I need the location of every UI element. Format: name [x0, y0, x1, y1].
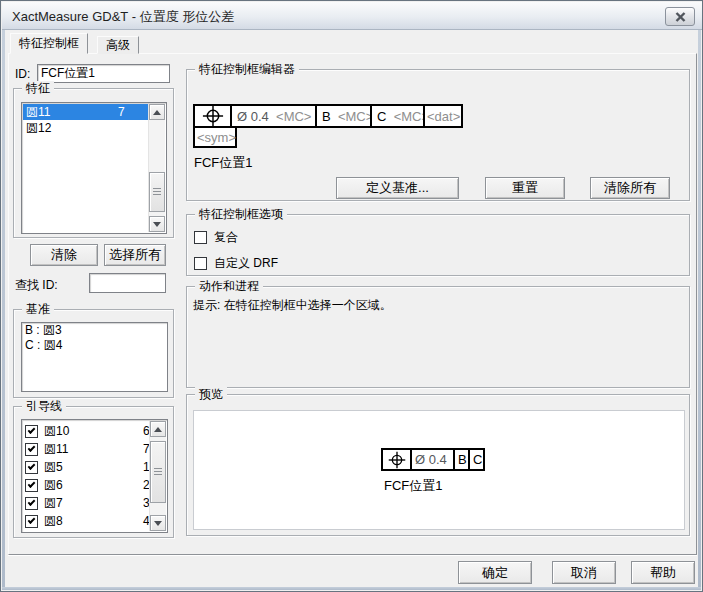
select-all-button[interactable]: 选择所有: [104, 244, 166, 266]
help-button[interactable]: 帮助: [631, 561, 695, 584]
window-frame-right: [698, 29, 701, 590]
position-symbol-icon: [388, 451, 406, 469]
clear-all-button[interactable]: 清除所有: [590, 177, 670, 199]
find-id-label: 查找 ID:: [15, 277, 58, 294]
reset-button[interactable]: 重置: [485, 177, 565, 199]
define-datum-button[interactable]: 定义基准...: [336, 177, 459, 199]
clear-button[interactable]: 清除: [30, 244, 98, 266]
check-icon: [28, 462, 36, 470]
arrow-down-icon: [153, 222, 161, 227]
list-item-leader[interactable]: 圆5 1: [25, 458, 148, 476]
composite-option[interactable]: 复合: [194, 229, 238, 246]
features-list[interactable]: 圆11 7 圆12: [21, 102, 167, 234]
list-item-leader[interactable]: 圆11 7: [25, 440, 148, 458]
window-frame-left: [2, 29, 5, 590]
arrow-up-icon: [153, 110, 161, 115]
scrollbar-thumb[interactable]: [150, 441, 166, 503]
close-button[interactable]: [665, 7, 695, 26]
list-item-feature[interactable]: 圆12: [23, 120, 148, 136]
preview-group-title: 预览: [195, 387, 227, 401]
leader-checkbox[interactable]: [25, 497, 38, 510]
fcf-tolerance-cell[interactable]: Ø 0.4 <MC>: [230, 104, 317, 128]
id-label: ID:: [15, 67, 30, 81]
list-item-datum[interactable]: C : 圆4: [22, 338, 167, 353]
diameter-symbol: Ø: [237, 109, 247, 124]
leader-checkbox[interactable]: [25, 425, 38, 438]
fcf-sym-cell[interactable]: <sym>: [193, 126, 237, 148]
sym-placeholder: <sym>: [197, 130, 236, 145]
composite-checkbox[interactable]: [194, 231, 207, 244]
datum-letter: B: [322, 109, 331, 124]
check-icon: [28, 498, 36, 506]
datums-list[interactable]: B : 圆3 C : 圆4: [21, 322, 168, 392]
scroll-down-button[interactable]: [150, 515, 166, 531]
list-item-leader[interactable]: 圆10 6: [25, 422, 148, 440]
mc-placeholder: <MC>: [276, 109, 311, 124]
leader-checkbox[interactable]: [25, 533, 38, 534]
preview-datum-c-cell: C: [468, 448, 485, 471]
tab-feature-control-frame[interactable]: 特征控制框: [10, 33, 88, 54]
tab-advanced[interactable]: 高级: [97, 36, 139, 54]
leader-list[interactable]: 圆10 6 圆11 7 圆5 1 圆6 2: [21, 419, 168, 533]
tolerance-value: 0.4: [429, 452, 447, 467]
list-item-leader[interactable]: 圆6 2: [25, 476, 148, 494]
custom-drf-option[interactable]: 自定义 DRF: [194, 255, 278, 272]
list-item-datum[interactable]: B : 圆3: [22, 323, 167, 338]
fcf-editor-row2: <sym>: [193, 126, 237, 148]
grip-icon: [154, 468, 162, 476]
position-symbol-icon: [202, 105, 224, 127]
datums-group-title: 基准: [22, 302, 54, 316]
mc-placeholder: <MC>: [338, 109, 373, 124]
datum-letter: C: [377, 109, 386, 124]
tab-label: 高级: [106, 37, 130, 54]
tab-label: 特征控制框: [19, 35, 79, 52]
fcf-datum-b-cell[interactable]: B <MC>: [315, 104, 372, 128]
title-bar[interactable]: XactMeasure GD&T - 位置度 形位公差: [2, 2, 703, 30]
custom-drf-label: 自定义 DRF: [214, 255, 278, 272]
fcf-symbol-cell[interactable]: [193, 104, 232, 128]
options-group-title: 特征控制框选项: [195, 207, 287, 221]
fcf-dat-cell[interactable]: <dat>: [423, 104, 463, 128]
check-icon: [28, 516, 36, 524]
fcf-name-label: FCF位置1: [194, 154, 253, 172]
check-icon: [28, 426, 36, 434]
editor-group-title: 特征控制框编辑器: [195, 62, 299, 76]
leader-checkbox[interactable]: [25, 443, 38, 456]
custom-drf-checkbox[interactable]: [194, 257, 207, 270]
ok-button[interactable]: 确定: [458, 561, 532, 584]
scroll-up-button[interactable]: [149, 104, 165, 120]
leader-checkbox[interactable]: [25, 461, 38, 474]
check-icon: [28, 480, 36, 488]
dat-placeholder: <dat>: [427, 109, 460, 124]
dialog-window: XactMeasure GD&T - 位置度 形位公差 特征控制框 高级 ID:…: [0, 0, 703, 592]
list-item-leader[interactable]: 圆7 3: [25, 494, 148, 512]
actions-group-title: 动作和进程: [195, 279, 263, 293]
id-input[interactable]: [37, 64, 170, 83]
scrollbar-thumb[interactable]: [149, 172, 165, 212]
leader-group-title: 引导线: [22, 399, 66, 413]
check-icon: [28, 444, 36, 452]
find-id-input[interactable]: [89, 273, 166, 293]
scroll-down-button[interactable]: [149, 216, 165, 232]
hint-text: 提示: 在特征控制框中选择一个区域。: [193, 297, 392, 314]
list-item-leader[interactable]: 圆8 4: [25, 512, 148, 530]
leader-scrollbar[interactable]: [149, 421, 166, 531]
scroll-up-button[interactable]: [150, 421, 166, 437]
features-group-title: 特征: [22, 81, 54, 95]
feature-count: 7: [118, 104, 125, 120]
list-item-feature[interactable]: 圆11 7: [23, 104, 148, 120]
preview-fcf-name: FCF位置1: [384, 477, 443, 495]
diameter-symbol: Ø: [415, 452, 425, 467]
leader-checkbox[interactable]: [25, 479, 38, 492]
window-title: XactMeasure GD&T - 位置度 形位公差: [12, 8, 234, 26]
arrow-up-icon: [154, 427, 162, 432]
close-icon: [675, 12, 686, 22]
leader-checkbox[interactable]: [25, 515, 38, 528]
preview-fcf: Ø 0.4 B C: [381, 448, 485, 471]
arrow-down-icon: [154, 521, 162, 526]
fcf-editor-row: Ø 0.4 <MC> B <MC> C <MC> <dat>: [193, 104, 463, 128]
fcf-datum-c-cell[interactable]: C <MC>: [370, 104, 425, 128]
features-scrollbar[interactable]: [148, 104, 165, 232]
list-item-leader[interactable]: 圆9 5: [25, 530, 148, 533]
cancel-button[interactable]: 取消: [552, 561, 616, 584]
